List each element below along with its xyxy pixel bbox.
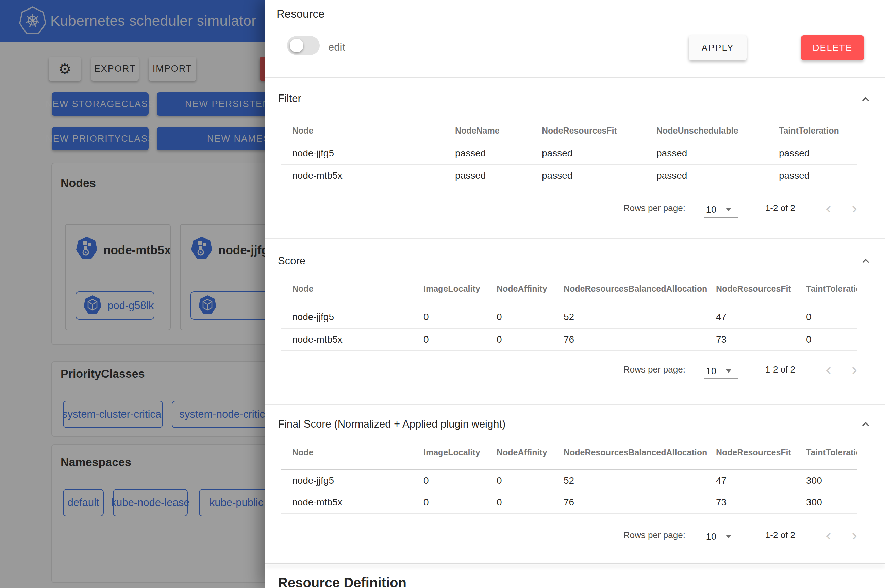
column-header: NodeResourcesFit [542,120,657,142]
score-section-title: Score [278,255,305,267]
cell: 52 [563,306,716,328]
next-page-button[interactable]: › [852,528,857,542]
column-header: NodeResourcesFit [716,436,806,470]
column-header: NodeAffinity [497,436,563,470]
edit-toggle[interactable] [287,36,320,55]
cell: passed [542,165,657,187]
dropdown-arrow-icon [726,369,731,373]
cell: 73 [716,328,806,351]
next-page-button[interactable]: › [852,201,857,215]
rows-per-page-label: Rows per page: [624,203,685,213]
previous-page-button[interactable]: ‹ [826,528,831,542]
page-range: 1-2 of 2 [765,530,795,540]
rows-per-page-select[interactable]: 10 [704,530,738,544]
cell: 0 [806,306,857,328]
cell: passed [657,165,779,187]
cell: 0 [424,328,497,351]
table-row: node-mtb5x 0 0 76 73 300 [281,491,857,513]
previous-page-button[interactable]: ‹ [826,363,831,376]
page-range: 1-2 of 2 [765,203,795,213]
column-header: ImageLocality [424,436,497,470]
cell: passed [542,142,657,165]
section-divider [265,405,885,405]
column-header: NodeResourcesFit [716,272,806,306]
cell: 73 [716,491,806,513]
delete-button[interactable]: DELETE [801,35,864,60]
cell: 300 [806,470,857,491]
cell: passed [657,142,779,165]
column-header: NodeResourcesBalancedAllocation [563,436,716,470]
cell: 0 [806,328,857,351]
score-table: Node ImageLocality NodeAffinity NodeReso… [281,272,857,351]
page-range: 1-2 of 2 [765,364,795,375]
rows-per-page-select[interactable]: 10 [704,202,738,218]
cell: 300 [806,491,857,513]
rows-per-page-label: Rows per page: [624,530,685,540]
rows-per-page-select[interactable]: 10 [704,364,738,379]
chevron-up-icon [859,254,872,268]
cell: 0 [424,491,497,513]
column-header: TaintToleration [806,272,857,306]
column-header: TaintToleration [806,436,857,470]
cell: 0 [497,470,563,491]
final-score-table: Node ImageLocality NodeAffinity NodeReso… [281,436,857,514]
rows-per-page-label: Rows per page: [624,364,685,375]
cell: passed [779,142,857,165]
column-header: Node [281,436,424,470]
table-header-row: Node ImageLocality NodeAffinity NodeReso… [281,272,857,306]
final-score-collapse-button[interactable] [859,417,872,431]
header-divider [265,77,885,78]
rows-per-page-value: 10 [704,205,716,215]
section-divider [265,238,885,238]
column-header: NodeUnschedulable [657,120,779,142]
cell: passed [455,165,542,187]
overlay-scrim[interactable] [0,0,265,588]
table-row: node-jjfg5 0 0 52 47 0 [281,306,857,328]
column-header: Node [281,120,455,142]
table-header-row: Node NodeName NodeResourcesFit NodeUnsch… [281,120,857,142]
resource-drawer: Resource edit APPLY DELETE Filter Node N… [265,0,885,588]
filter-collapse-button[interactable] [859,93,872,106]
table-row: node-mtb5x passed passed passed passed [281,165,857,187]
chevron-up-icon [859,93,872,106]
column-header: TaintToleration [779,120,857,142]
score-pagination: Rows per page: 10 1-2 of 2 ‹ › [281,360,857,379]
previous-page-button[interactable]: ‹ [826,201,831,215]
cell: 47 [716,306,806,328]
cell: node-mtb5x [281,491,424,513]
table-row: node-jjfg5 passed passed passed passed [281,142,857,165]
cell: passed [779,165,857,187]
apply-button[interactable]: APPLY [689,35,747,60]
cell: node-jjfg5 [281,470,424,491]
filter-table: Node NodeName NodeResourcesFit NodeUnsch… [281,120,857,187]
cell: 0 [497,491,563,513]
cell: passed [455,142,542,165]
table-row: node-jjfg5 0 0 52 47 300 [281,470,857,491]
filter-section-title: Filter [278,93,301,105]
resource-definition-title: Resource Definition [278,575,406,588]
cell: 0 [497,306,563,328]
filter-pagination: Rows per page: 10 1-2 of 2 ‹ › [281,198,857,218]
dropdown-arrow-icon [726,208,731,212]
section-divider [265,563,885,564]
screen: Kubernetes scheduler simulator ⚙ EXPORT … [0,0,885,588]
column-header: Node [281,272,424,306]
edit-toggle-label: edit [328,41,345,53]
next-page-button[interactable]: › [852,363,857,376]
cell: node-jjfg5 [281,142,455,165]
rows-per-page-value: 10 [704,532,716,542]
cell: 76 [563,491,716,513]
column-header: ImageLocality [424,272,497,306]
score-collapse-button[interactable] [859,254,872,268]
cell: 0 [424,470,497,491]
column-header: NodeAffinity [497,272,563,306]
table-row: node-mtb5x 0 0 76 73 0 [281,328,857,351]
cell: 76 [563,328,716,351]
cell: node-jjfg5 [281,306,424,328]
cell: 52 [563,470,716,491]
cell: node-mtb5x [281,165,455,187]
column-header: NodeName [455,120,542,142]
chevron-up-icon [859,417,872,431]
rows-per-page-value: 10 [704,366,716,376]
cell: node-mtb5x [281,328,424,351]
